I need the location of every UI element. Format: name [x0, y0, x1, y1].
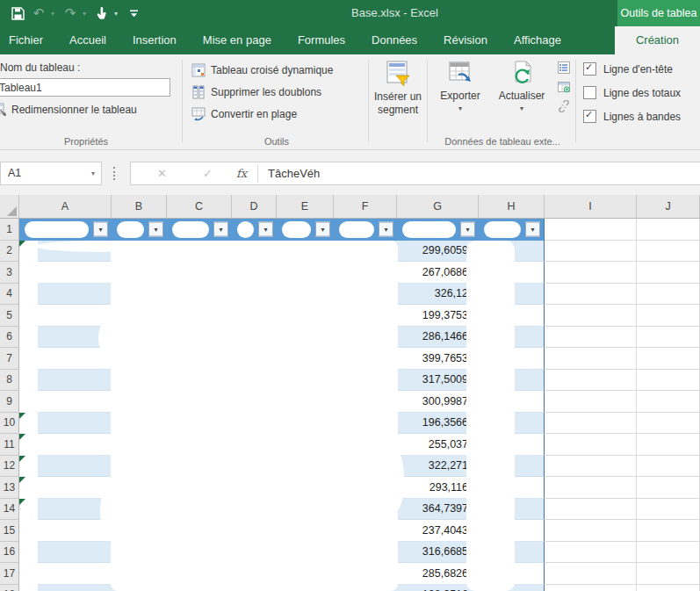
cell-F13[interactable]	[334, 477, 397, 499]
filter-button-A[interactable]: ▾	[93, 222, 108, 237]
cell-I17[interactable]	[545, 563, 637, 585]
cell-E15[interactable]	[277, 520, 334, 542]
cell-G1[interactable]: ▾	[397, 219, 479, 241]
cell-C16[interactable]	[167, 542, 232, 564]
pivot-table-button[interactable]: Tableau croisé dynamique	[191, 63, 333, 77]
cell-E18[interactable]	[277, 585, 334, 591]
cell-I15[interactable]	[545, 520, 637, 542]
row-header-3[interactable]: 3	[0, 262, 19, 284]
cell-F18[interactable]	[334, 585, 397, 591]
cell-F15[interactable]	[334, 520, 397, 542]
cell-G9[interactable]: 300,9987	[397, 391, 479, 413]
cell-D11[interactable]	[232, 434, 277, 456]
cell-D2[interactable]	[232, 241, 277, 263]
cell-B10[interactable]	[112, 413, 167, 435]
redo-dropdown-icon[interactable]: ▾	[83, 10, 90, 18]
column-header-C[interactable]: C	[167, 195, 232, 219]
cell-H5[interactable]	[479, 305, 545, 327]
cell-I5[interactable]	[545, 305, 637, 327]
row-header-2[interactable]: 2	[0, 241, 19, 263]
cell-B2[interactable]	[112, 241, 167, 263]
cell-F14[interactable]	[334, 499, 397, 521]
cell-H9[interactable]	[479, 391, 545, 413]
tab-affichage[interactable]: Affichage	[501, 26, 574, 54]
cell-F10[interactable]	[334, 413, 397, 435]
cell-B7[interactable]	[112, 348, 167, 370]
row-header-10[interactable]: 10	[0, 413, 19, 435]
cell-I2[interactable]	[545, 241, 637, 263]
cell-H18[interactable]	[479, 585, 545, 591]
row-header-5[interactable]: 5	[0, 305, 19, 327]
cell-E1[interactable]: ▾	[277, 219, 334, 241]
undo-icon[interactable]: ↶	[30, 4, 47, 23]
cell-J3[interactable]	[637, 262, 700, 284]
cell-J5[interactable]	[637, 305, 700, 327]
column-header-B[interactable]: B	[112, 195, 167, 219]
cell-E6[interactable]	[277, 327, 334, 349]
cell-B11[interactable]	[112, 434, 167, 456]
cell-E14[interactable]	[277, 499, 334, 521]
cell-E12[interactable]	[277, 456, 334, 478]
cell-F1[interactable]: ▾	[334, 219, 397, 241]
cell-B18[interactable]	[112, 585, 167, 591]
cell-A18[interactable]	[19, 585, 112, 591]
cell-C3[interactable]	[167, 262, 232, 284]
cell-J16[interactable]	[637, 542, 700, 564]
cell-J18[interactable]	[637, 585, 700, 591]
cell-J8[interactable]	[637, 370, 700, 392]
cell-B13[interactable]	[112, 477, 167, 499]
cell-I3[interactable]	[545, 262, 637, 284]
cell-I9[interactable]	[545, 391, 637, 413]
cell-D6[interactable]	[232, 327, 277, 349]
cell-G16[interactable]: 316,6685	[397, 542, 479, 564]
cell-G3[interactable]: 267,0686	[397, 262, 479, 284]
column-header-A[interactable]: A	[19, 195, 112, 219]
cell-D16[interactable]	[232, 542, 277, 564]
column-header-F[interactable]: F	[334, 195, 397, 219]
cell-H13[interactable]	[479, 477, 545, 499]
row-header-14[interactable]: 14	[0, 499, 19, 521]
cell-C1[interactable]: ▾	[167, 219, 232, 241]
formula-bar[interactable]: ✕ ✓ fx TâcheVéh	[130, 162, 700, 185]
cell-E7[interactable]	[277, 348, 334, 370]
row-header-11[interactable]: 11	[0, 434, 19, 456]
cell-C15[interactable]	[167, 520, 232, 542]
cell-E13[interactable]	[277, 477, 334, 499]
cell-E4[interactable]	[277, 284, 334, 306]
cell-C7[interactable]	[167, 348, 232, 370]
cell-A16[interactable]	[19, 542, 112, 564]
cell-I16[interactable]	[545, 542, 637, 564]
tab-révision[interactable]: Révision	[430, 26, 501, 54]
refresh-button[interactable]: Actualiser ▾	[491, 60, 552, 112]
cell-E3[interactable]	[277, 262, 334, 284]
cell-D15[interactable]	[232, 520, 277, 542]
cell-G8[interactable]: 317,5009	[397, 370, 479, 392]
row-header-15[interactable]: 15	[0, 520, 19, 542]
name-box[interactable]: A1 ▾	[0, 162, 102, 185]
row-header-12[interactable]: 12	[0, 456, 19, 478]
cell-B6[interactable]	[112, 327, 167, 349]
table-name-input[interactable]: Tableau1	[0, 78, 170, 97]
cell-C18[interactable]	[167, 585, 232, 591]
filter-button-B[interactable]: ▾	[148, 222, 163, 237]
cell-J14[interactable]	[637, 499, 700, 521]
cell-H15[interactable]	[479, 520, 545, 542]
cell-G12[interactable]: 322,271	[397, 456, 479, 478]
cell-A7[interactable]	[19, 348, 112, 370]
cell-H4[interactable]	[479, 284, 545, 306]
cell-I18[interactable]	[545, 585, 637, 591]
tab-création[interactable]: Création	[615, 26, 700, 54]
name-box-dropdown-icon[interactable]: ▾	[91, 162, 95, 184]
cell-E2[interactable]	[277, 241, 334, 263]
cell-A6[interactable]	[19, 327, 112, 349]
row-header-6[interactable]: 6	[0, 327, 19, 349]
cell-J4[interactable]	[637, 284, 700, 306]
row-header-18[interactable]: 18	[0, 585, 19, 591]
cell-A5[interactable]	[19, 305, 112, 327]
cell-C11[interactable]	[167, 434, 232, 456]
cell-H1[interactable]: ▾	[479, 219, 545, 241]
tab-fichier[interactable]: Fichier	[0, 26, 56, 54]
tab-accueil[interactable]: Accueil	[56, 26, 119, 54]
cell-A11[interactable]	[19, 434, 112, 456]
column-header-H[interactable]: H	[479, 195, 545, 219]
